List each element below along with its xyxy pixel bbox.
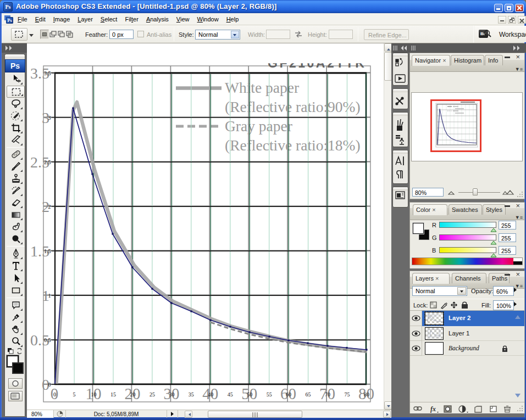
svg-text:45: 45 bbox=[228, 391, 233, 397]
svg-text:5: 5 bbox=[73, 391, 76, 397]
svg-text:30: 30 bbox=[169, 391, 174, 397]
svg-text:75: 75 bbox=[345, 391, 350, 397]
svg-text:fx: fx bbox=[430, 405, 436, 413]
svg-text:10: 10 bbox=[91, 391, 97, 397]
svg-text:20: 20 bbox=[130, 391, 135, 397]
svg-text:2: 2 bbox=[48, 204, 51, 210]
svg-text:0: 0 bbox=[53, 391, 56, 397]
svg-text:60: 60 bbox=[286, 391, 291, 397]
svg-text:70: 70 bbox=[325, 391, 330, 397]
svg-text:80: 80 bbox=[364, 391, 369, 397]
svg-text:65: 65 bbox=[306, 391, 311, 397]
svg-text:0: 0 bbox=[48, 382, 51, 388]
svg-text:35: 35 bbox=[189, 391, 194, 397]
svg-text:15: 15 bbox=[110, 391, 116, 397]
svg-text:0.5: 0.5 bbox=[44, 337, 51, 343]
svg-text:3.5: 3.5 bbox=[44, 70, 51, 76]
svg-text:1: 1 bbox=[48, 293, 51, 299]
svg-text:GF210A2TTK: GF210A2TTK bbox=[268, 56, 366, 70]
svg-text:3: 3 bbox=[48, 115, 51, 121]
svg-text:2.5: 2.5 bbox=[44, 159, 51, 165]
svg-text:White paper: White paper bbox=[225, 79, 299, 96]
svg-text:40: 40 bbox=[208, 391, 213, 397]
svg-text:(Reflective ratio:90%): (Reflective ratio:90%) bbox=[225, 98, 361, 115]
svg-text:55: 55 bbox=[267, 391, 272, 397]
svg-text:(Reflective ratio:18%): (Reflective ratio:18%) bbox=[225, 137, 361, 154]
svg-text:50: 50 bbox=[247, 391, 252, 397]
svg-text:1.5: 1.5 bbox=[44, 248, 51, 254]
svg-text:25: 25 bbox=[150, 391, 155, 397]
svg-text:Gray paper: Gray paper bbox=[225, 117, 292, 135]
